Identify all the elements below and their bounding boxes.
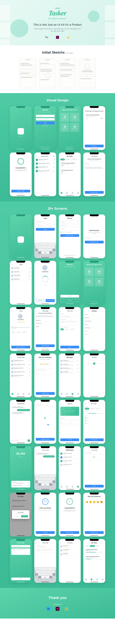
settings-row[interactable]: About› [85, 330, 104, 333]
send-button[interactable]: ➤ [28, 439, 30, 442]
task-title-input[interactable]: e.g. Clean my apartment [36, 545, 55, 548]
concept-tag: (Concept) [66, 52, 73, 54]
agree-checkbox[interactable]: ✓I agree to Terms & Privacy Policy [60, 232, 79, 233]
budget-input[interactable]: $0 [85, 454, 104, 460]
task-title-input[interactable]: e.g. Clean my apartment [11, 545, 30, 548]
email-input[interactable]: Email address [36, 220, 55, 223]
cvv-input[interactable] [70, 424, 79, 426]
email-input[interactable]: Email address [60, 224, 79, 227]
settings-row[interactable]: Privacy› [85, 323, 104, 326]
confirm-location-button[interactable]: CONFIRM LOCATION [36, 438, 55, 440]
submit-button[interactable]: SUBMIT RATING [85, 531, 104, 534]
offer-item[interactable]: Emma RodriguezCleaner · 4.9 ★ (127)$120 [11, 274, 30, 278]
offer-item[interactable]: Sarah MitchellCleaner · 4.9 ★ (127)$120 [11, 266, 30, 270]
settings-row[interactable]: Account› [85, 313, 104, 316]
keyboard[interactable]: QWERTYUIOP ASDFGHJKL ⇧ZXCVBNM⌫ 123spaceS… [34, 475, 56, 490]
view-profile-button[interactable]: VIEW FULL PROFILE [11, 346, 30, 348]
next-button[interactable]: NEXT [11, 578, 30, 580]
tab-icon[interactable] [66, 192, 68, 194]
signin-button[interactable]: SIGN IN [36, 228, 55, 231]
settings-row[interactable]: Payment Methods› [85, 320, 104, 323]
continue-button[interactable]: CONTINUE [85, 145, 104, 147]
offer-item[interactable]: Sarah MitchellCleaner · 4.9 ★ (127)$120 [11, 278, 30, 281]
offer-item[interactable]: James CooperCleaner · 4.9 ★ (127)$140 [11, 270, 30, 274]
signup-link[interactable]: Don't have an account? Sign up [36, 146, 55, 148]
reset-button[interactable]: SEND RESET LINK [85, 241, 104, 244]
create-button[interactable]: CREATE ACCOUNT [60, 234, 79, 237]
expiry-input[interactable] [60, 424, 69, 426]
tab-posted[interactable]: POSTED [60, 158, 65, 160]
screen-signup: Sign up Full name Email address Password… [59, 214, 81, 258]
task-details-input[interactable]: Provide more details about what needs to… [36, 549, 55, 552]
password-input[interactable]: Password [36, 118, 55, 120]
list-item[interactable]: Clean my 2 bedroom apartmentBrooklyn, NY… [36, 169, 55, 173]
next-button[interactable]: NEXT [85, 485, 104, 488]
backhome-button[interactable]: BACK TO HOME [11, 190, 30, 192]
forgot-link[interactable]: Forgot Password? [36, 125, 55, 126]
sketch-icon[interactable]: ◆ [64, 607, 68, 611]
emoji-sad[interactable]: 😞 [86, 501, 88, 503]
list-item[interactable]: Need help moving furnitureBrooklyn, NY ·… [36, 158, 55, 162]
signin-button[interactable]: SIGN IN [60, 295, 79, 298]
keyboard[interactable]: QWERTYUIOP ASDFGHJKL ⇧ZXCVBNM⌫ 123spaceG… [34, 243, 56, 258]
cat-browse[interactable]: Browse Tasks [70, 123, 79, 132]
make-offer-button[interactable]: MAKE AN OFFER [85, 191, 104, 194]
tab-icon[interactable] [61, 192, 62, 194]
backhome-button[interactable]: BACK TO HOME [60, 531, 79, 534]
settings-row[interactable]: Notifications› [85, 316, 104, 320]
xd-icon[interactable]: Xd [56, 607, 60, 611]
emoji-ok[interactable]: 🙂 [93, 501, 96, 503]
task-details-input[interactable]: Provide more details about what needs to… [60, 320, 79, 326]
emoji-happy[interactable]: 😊 [96, 501, 99, 503]
list-item[interactable]: Clean my 2 bedroom apartmentBrooklyn, NY… [36, 162, 55, 166]
skip-link[interactable]: Skip, I'll do it later [60, 146, 79, 148]
tab-done[interactable]: COMPLETED [71, 158, 77, 160]
keyboard[interactable]: QWERTYUIOP ASDFGHJKL ⇧ZXCVBNM⌫ 123spaceN… [34, 567, 56, 583]
submit-button[interactable]: SUBMIT RATING [36, 392, 55, 395]
make-offer-button[interactable]: MAKE AN OFFER [36, 344, 55, 347]
signup-button[interactable]: Sign up [60, 299, 79, 302]
list-item[interactable]: Need help moving furnitureBrooklyn, NY ·… [36, 166, 55, 169]
post-task-link[interactable]: POST A TASK [18, 193, 23, 194]
next-button[interactable]: NEXT [60, 346, 79, 348]
tab-icon[interactable] [72, 192, 73, 194]
screen-payment: ‹Payment CARD •••• •••• •••• 4242 Card n… [59, 400, 81, 444]
task-details-input[interactable]: Provide more details about what needs to… [11, 548, 30, 555]
map-search-input[interactable]: Search location [36, 404, 55, 406]
cat-find[interactable]: Find Work [60, 113, 69, 122]
task-title-input[interactable]: e.g. Clean my apartment [60, 315, 79, 318]
congrats-text: Your task has been posted successfully. … [13, 170, 28, 171]
chat-input[interactable]: Type a message... [11, 439, 27, 442]
photoshop-icon[interactable]: Ps [46, 607, 50, 611]
task-card[interactable]: Clean my 2 bedroom apartment Posted 3 ho… [85, 114, 104, 120]
task-card[interactable]: Clean my 2 bedroom apartment Posted 3 ho… [60, 162, 79, 167]
comment-input[interactable]: Leave a comment (optional) [36, 368, 55, 375]
message-button[interactable]: MESSAGE [36, 299, 45, 302]
password-input[interactable]: Password [60, 228, 79, 230]
name-input[interactable]: Full name [60, 220, 79, 223]
sketch-item [59, 58, 76, 88]
have-account-link[interactable]: Already have an account? Sign in [60, 254, 79, 256]
apply-button[interactable]: APPLY FILTERS [85, 438, 104, 441]
settings-row[interactable]: Help & Support› [85, 326, 104, 330]
pay-button[interactable]: PAY $140 [60, 438, 79, 441]
cat-post[interactable]: Post a Task [60, 123, 69, 132]
emoji-neutral[interactable]: 😐 [89, 501, 92, 503]
tab-icon[interactable] [77, 192, 79, 194]
email-input[interactable]: Email address [36, 115, 55, 117]
accept-button[interactable]: ACCEPT OFFER [46, 299, 55, 302]
email-input[interactable]: Email address [85, 237, 104, 240]
tab-assigned[interactable]: ASSIGNED [65, 158, 70, 160]
confirm-button[interactable]: Confirm [21, 515, 28, 518]
card-input[interactable] [60, 419, 79, 421]
sketches-section: Initial Sketchs (Concept) [0, 45, 115, 93]
signin-button[interactable]: SIGN IN [36, 122, 55, 124]
emoji-love[interactable]: 😍 [100, 501, 103, 503]
cancel-button[interactable]: Cancel [14, 515, 20, 518]
continue-button[interactable]: CONTINUE [36, 531, 55, 534]
cat-hire[interactable]: Hire People [70, 113, 79, 122]
logout-row[interactable]: Log out [85, 333, 104, 336]
password-input[interactable]: Password [36, 224, 55, 227]
task-card[interactable]: Need help moving furniture Brooklyn, NY … [60, 169, 79, 174]
question-link[interactable]: ASK A QUESTION [36, 348, 55, 349]
